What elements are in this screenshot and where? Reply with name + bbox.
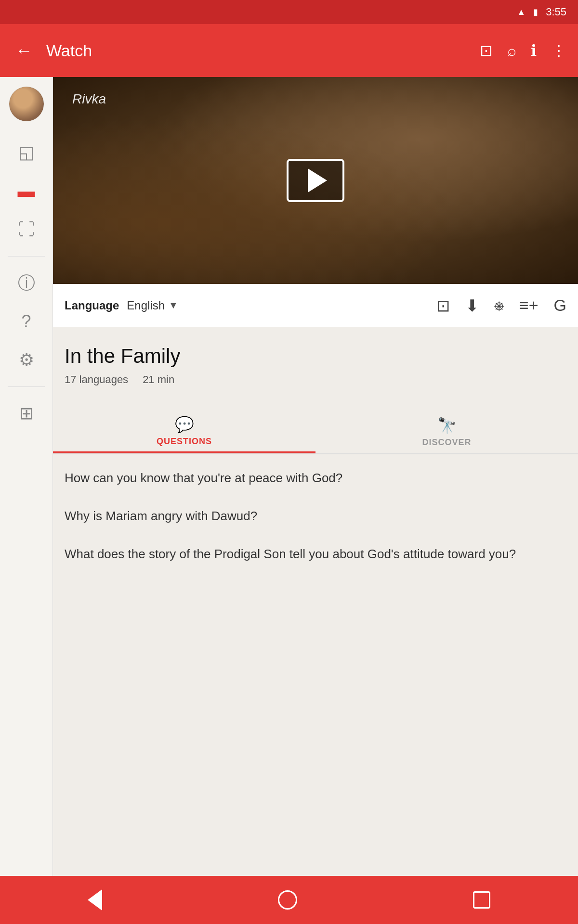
bottom-navigation bbox=[0, 876, 578, 924]
questions-content: How can you know that you're at peace wi… bbox=[53, 454, 578, 597]
main-content: ◱ ▬ ⛶ ⓘ ? ⚙ ⊞ Rivka bbox=[0, 77, 578, 876]
questions-tab-label: QUESTIONS bbox=[157, 436, 212, 447]
content-area: Rivka Language English ▼ ⊡ ⬇ ⎈ ≡+ G In t… bbox=[53, 77, 578, 876]
wifi-icon: ▲ bbox=[517, 7, 525, 17]
dropdown-arrow-icon: ▼ bbox=[169, 300, 178, 311]
info-circle-icon: ⓘ bbox=[18, 271, 35, 295]
question-item-1: How can you know that you're at peace wi… bbox=[65, 469, 566, 488]
cast-icon[interactable]: ⊡ bbox=[480, 41, 493, 60]
nav-back-icon bbox=[88, 889, 102, 911]
grammarly-icon[interactable]: G bbox=[554, 296, 566, 315]
sidebar-item-settings[interactable]: ⚙ bbox=[10, 343, 43, 377]
sidebar-item-info[interactable]: ⓘ bbox=[10, 266, 43, 300]
more-options-icon[interactable]: ⋮ bbox=[551, 41, 566, 60]
sidebar-divider-2 bbox=[8, 386, 44, 387]
language-selector[interactable]: English ▼ bbox=[127, 299, 436, 312]
battery-icon: ▮ bbox=[533, 7, 538, 17]
app-bar-actions: ⊡ ⌕ ℹ ⋮ bbox=[480, 41, 566, 60]
tabs-row: 💬 QUESTIONS 🔭 DISCOVER bbox=[53, 410, 578, 453]
sidebar-item-help[interactable]: ? bbox=[10, 305, 43, 338]
questions-tab-icon: 💬 bbox=[175, 415, 194, 434]
languages-count: 17 languages bbox=[65, 373, 128, 386]
tab-questions[interactable]: 💬 QUESTIONS bbox=[53, 410, 315, 453]
film-strip-icon: ▬ bbox=[18, 181, 35, 201]
play-triangle-icon bbox=[308, 168, 327, 192]
sidebar-item-chat[interactable]: ◱ bbox=[10, 136, 43, 169]
settings-gear-icon: ⚙ bbox=[19, 350, 34, 370]
info-icon[interactable]: ℹ bbox=[531, 41, 537, 60]
sidebar-item-film[interactable]: ▬ bbox=[10, 174, 43, 208]
language-selected: English bbox=[127, 299, 165, 312]
share-icon[interactable]: ⎈ bbox=[494, 296, 504, 315]
sidebar: ◱ ▬ ⛶ ⓘ ? ⚙ ⊞ bbox=[0, 77, 53, 876]
nav-recent-icon bbox=[473, 891, 490, 909]
user-avatar[interactable] bbox=[9, 87, 44, 121]
download-icon[interactable]: ⬇ bbox=[465, 296, 479, 315]
add-to-list-icon[interactable]: ≡+ bbox=[519, 296, 539, 315]
sidebar-divider bbox=[8, 256, 44, 257]
map-icon: ⛶ bbox=[18, 219, 35, 240]
video-info: In the Family 17 languages 21 min bbox=[53, 327, 578, 410]
action-icons: ⊡ ⬇ ⎈ ≡+ G bbox=[436, 296, 566, 315]
question-item-2: Why is Mariam angry with Dawud? bbox=[65, 507, 566, 526]
nav-back-button[interactable] bbox=[88, 889, 102, 911]
status-bar: ▲ ▮ 3:55 bbox=[0, 0, 578, 24]
help-circle-icon: ? bbox=[21, 311, 31, 332]
tabs-container: 💬 QUESTIONS 🔭 DISCOVER bbox=[53, 410, 578, 454]
bookmark-icon[interactable]: ⊡ bbox=[436, 296, 450, 315]
nav-recent-button[interactable] bbox=[473, 891, 490, 909]
chat-bubble-icon: ◱ bbox=[18, 142, 35, 163]
discover-tab-icon: 🔭 bbox=[437, 416, 457, 435]
sidebar-item-map[interactable]: ⛶ bbox=[10, 213, 43, 246]
back-button[interactable]: ← bbox=[12, 37, 37, 64]
search-icon[interactable]: ⌕ bbox=[507, 42, 516, 60]
video-title: In the Family bbox=[65, 345, 566, 368]
video-overlay-title: Rivka bbox=[72, 91, 106, 107]
tab-discover[interactable]: 🔭 DISCOVER bbox=[315, 410, 578, 453]
nav-home-button[interactable] bbox=[278, 890, 297, 910]
status-time: 3:55 bbox=[546, 6, 566, 18]
app-bar-title: Watch bbox=[46, 41, 470, 60]
video-meta: 17 languages 21 min bbox=[65, 373, 566, 386]
sidebar-item-library[interactable]: ⊞ bbox=[10, 397, 43, 430]
library-add-icon: ⊞ bbox=[19, 403, 34, 424]
video-player[interactable]: Rivka bbox=[53, 77, 578, 284]
nav-home-icon bbox=[278, 890, 297, 910]
question-item-3: What does the story of the Prodigal Son … bbox=[65, 545, 566, 564]
duration: 21 min bbox=[143, 373, 174, 386]
discover-tab-label: DISCOVER bbox=[422, 437, 471, 448]
language-bar: Language English ▼ ⊡ ⬇ ⎈ ≡+ G bbox=[53, 284, 578, 327]
app-bar: ← Watch ⊡ ⌕ ℹ ⋮ bbox=[0, 24, 578, 77]
language-label: Language bbox=[65, 299, 119, 312]
play-button[interactable] bbox=[287, 159, 344, 202]
